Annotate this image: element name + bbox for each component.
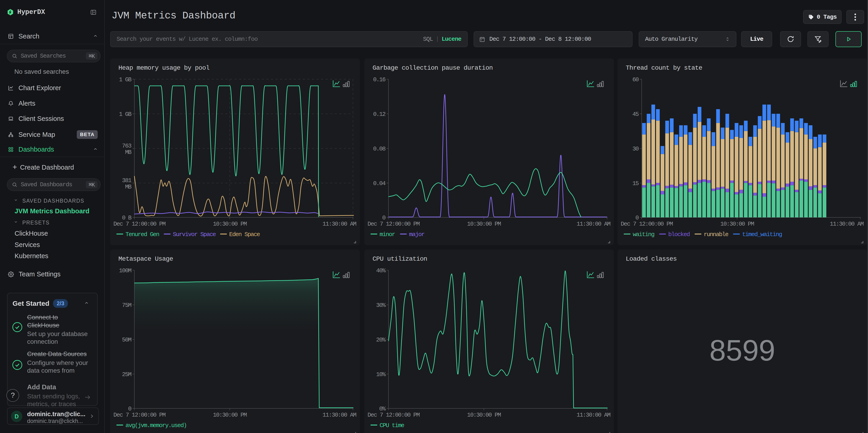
svg-text:25M: 25M <box>122 371 131 378</box>
svg-text:Thread count by state: Thread count by state <box>626 64 702 71</box>
svg-text:Eden Space: Eden Space <box>229 231 260 238</box>
svg-text:11:30:00 AM: 11:30:00 AM <box>577 221 610 227</box>
svg-text:0: 0 <box>636 214 639 221</box>
svg-text:8599: 8599 <box>709 334 775 367</box>
svg-text:major: major <box>409 231 425 238</box>
svg-text:45: 45 <box>632 111 639 118</box>
svg-text:10:30:00 PM: 10:30:00 PM <box>213 411 247 419</box>
svg-text:Heap memory usage by pool: Heap memory usage by pool <box>118 64 210 71</box>
svg-text:0 B: 0 B <box>122 214 132 221</box>
svg-text:Tenured Gen: Tenured Gen <box>125 231 159 238</box>
svg-text:40%: 40% <box>376 267 386 274</box>
svg-text:0%: 0% <box>379 405 386 412</box>
svg-text:0.04: 0.04 <box>373 180 385 187</box>
svg-text:1 GB: 1 GB <box>119 111 131 118</box>
svg-text:30: 30 <box>632 146 639 152</box>
svg-text:Garbage collection pause durat: Garbage collection pause duration <box>373 64 493 71</box>
svg-text:50M: 50M <box>122 337 131 343</box>
svg-text:60: 60 <box>632 76 639 83</box>
svg-text:75M: 75M <box>122 302 131 309</box>
svg-text:10:30:00 PM: 10:30:00 PM <box>213 221 247 227</box>
svg-text:minor: minor <box>379 231 395 238</box>
svg-text:MB: MB <box>125 149 131 156</box>
svg-text:100M: 100M <box>119 267 131 274</box>
svg-text:1 GB: 1 GB <box>119 76 131 83</box>
svg-text:Dec 7 12:00:00 PM: Dec 7 12:00:00 PM <box>621 221 673 227</box>
svg-text:CPU utilization: CPU utilization <box>373 255 427 262</box>
svg-text:20%: 20% <box>376 337 386 343</box>
svg-text:0: 0 <box>382 214 385 221</box>
svg-text:10:30:00 PM: 10:30:00 PM <box>467 221 501 227</box>
svg-text:15: 15 <box>632 180 639 187</box>
svg-text:381: 381 <box>122 177 132 184</box>
svg-text:10:30:00 PM: 10:30:00 PM <box>720 221 754 227</box>
svg-text:MB: MB <box>125 184 131 190</box>
svg-text:timed_waiting: timed_waiting <box>742 231 782 238</box>
svg-text:Dec 7 12:00:00 PM: Dec 7 12:00:00 PM <box>114 221 165 227</box>
svg-text:waiting: waiting <box>633 231 654 238</box>
svg-text:avg(jvm.memory.used): avg(jvm.memory.used) <box>125 422 186 429</box>
svg-text:10:30:00 PM: 10:30:00 PM <box>467 411 501 419</box>
svg-text:Metaspace Usage: Metaspace Usage <box>118 255 173 262</box>
svg-text:11:30:00 AM: 11:30:00 AM <box>830 221 863 227</box>
svg-text:Survivor Space: Survivor Space <box>173 231 216 238</box>
svg-text:runnable: runnable <box>704 231 728 238</box>
svg-text:Loaded classes: Loaded classes <box>626 255 677 262</box>
svg-text:0.12: 0.12 <box>373 111 385 118</box>
svg-text:10%: 10% <box>376 371 386 378</box>
svg-text:30%: 30% <box>376 302 386 309</box>
svg-text:Dec 7 12:00:00 PM: Dec 7 12:00:00 PM <box>368 411 420 419</box>
svg-text:blocked: blocked <box>668 231 690 238</box>
svg-text:Dec 7 12:00:00 PM: Dec 7 12:00:00 PM <box>368 221 420 227</box>
svg-text:0.16: 0.16 <box>373 76 385 83</box>
svg-text:0: 0 <box>128 405 131 412</box>
svg-text:11:30:00 AM: 11:30:00 AM <box>322 411 356 419</box>
svg-text:11:30:00 AM: 11:30:00 AM <box>577 411 610 419</box>
svg-text:763: 763 <box>122 143 131 149</box>
svg-text:11:30:00 AM: 11:30:00 AM <box>322 221 356 227</box>
svg-text:CPU time: CPU time <box>379 422 404 429</box>
svg-text:Dec 7 12:00:00 PM: Dec 7 12:00:00 PM <box>114 411 165 419</box>
svg-text:0.08: 0.08 <box>373 146 385 152</box>
